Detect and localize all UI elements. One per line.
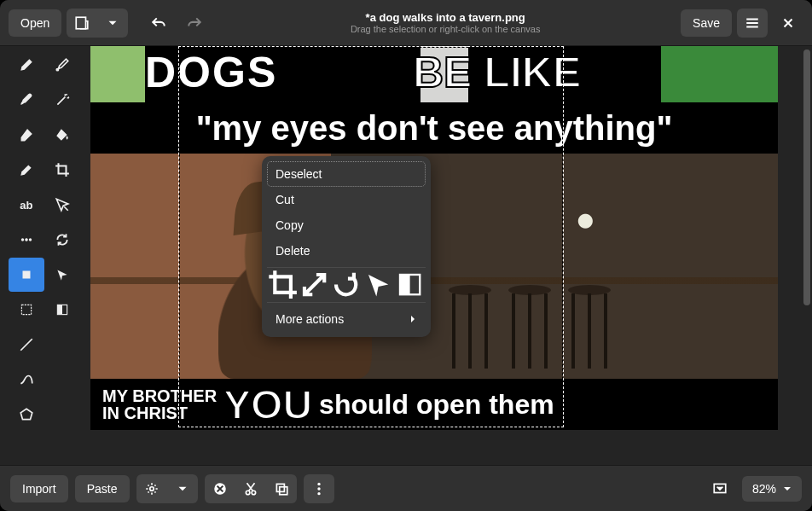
- menu-icon-row: [267, 267, 426, 303]
- tool-pencil[interactable]: [9, 48, 44, 82]
- new-dropdown[interactable]: [97, 9, 128, 38]
- canvas-area[interactable]: DOGS BE LIKE "my eyes don't see anything…: [89, 46, 812, 465]
- vertical-scrollbar[interactable]: [802, 46, 812, 465]
- svg-rect-10: [400, 275, 410, 294]
- tool-move[interactable]: [45, 188, 81, 222]
- tool-empty2: [45, 363, 81, 397]
- svg-rect-5: [22, 271, 30, 279]
- menu-cut[interactable]: Cut: [267, 187, 426, 212]
- tool-polygon[interactable]: [9, 398, 44, 432]
- bottombar: Import Paste 82%: [0, 465, 812, 511]
- menu-delete[interactable]: Delete: [267, 238, 426, 264]
- tool-line[interactable]: [9, 328, 44, 362]
- paste-button[interactable]: Paste: [75, 475, 130, 502]
- tool-invert[interactable]: [45, 293, 81, 327]
- tool-crop[interactable]: [45, 153, 81, 187]
- tool-highlighter[interactable]: [9, 153, 44, 187]
- titlebar: Open *a dog walks into a tavern.png Drag…: [0, 0, 812, 46]
- tool-free-select[interactable]: [45, 258, 81, 292]
- cut-button[interactable]: [235, 474, 266, 503]
- tool-eyedropper[interactable]: [45, 48, 81, 82]
- scrollbar-thumb[interactable]: [803, 49, 810, 305]
- tool-text[interactable]: ab: [9, 188, 44, 222]
- tool-rect-select[interactable]: [9, 258, 44, 292]
- new-button[interactable]: [67, 9, 97, 38]
- toolbox: ab: [0, 46, 89, 465]
- redo-button: [179, 9, 210, 38]
- menu-deselect[interactable]: Deselect: [267, 161, 426, 187]
- svg-rect-15: [276, 484, 284, 491]
- hamburger-menu[interactable]: [737, 9, 768, 38]
- undo-button[interactable]: [143, 9, 174, 38]
- zoom-value: 82%: [752, 482, 776, 496]
- menu-crop-icon[interactable]: [267, 271, 299, 299]
- tool-empty1: [45, 328, 81, 362]
- svg-point-4: [29, 238, 32, 241]
- tool-options-button[interactable]: [136, 474, 167, 503]
- window-title: *a dog walks into a tavern.png: [215, 11, 676, 24]
- tool-points[interactable]: [9, 223, 44, 257]
- svg-rect-8: [58, 305, 63, 314]
- remove-selection-button[interactable]: [205, 474, 235, 503]
- tool-color-select[interactable]: [9, 293, 44, 327]
- svg-point-11: [149, 486, 154, 491]
- title-block: *a dog walks into a tavern.png Drag the …: [215, 11, 676, 34]
- menu-more-label: More actions: [276, 312, 344, 326]
- svg-point-18: [317, 487, 320, 490]
- tool-bucket[interactable]: [45, 118, 81, 152]
- tool-eraser[interactable]: [9, 118, 44, 152]
- context-menu: Deselect Cut Copy Delete More actions: [262, 156, 431, 337]
- svg-point-17: [317, 482, 320, 485]
- tool-options-dropdown[interactable]: [167, 474, 198, 503]
- fullscreen-preview-button[interactable]: [705, 474, 735, 503]
- tool-wand[interactable]: [45, 83, 81, 117]
- svg-point-13: [246, 491, 250, 495]
- zoom-control[interactable]: 82%: [742, 476, 802, 502]
- chevron-down-icon: [783, 485, 792, 493]
- menu-rotate-icon[interactable]: [330, 271, 362, 299]
- tool-curve[interactable]: [9, 363, 44, 397]
- svg-rect-16: [279, 486, 287, 494]
- tool-brush[interactable]: [9, 83, 44, 117]
- svg-rect-6: [21, 305, 31, 314]
- open-button[interactable]: Open: [9, 9, 61, 37]
- close-window[interactable]: [773, 9, 803, 38]
- tool-empty3: [45, 398, 81, 432]
- menu-filters-icon[interactable]: [394, 271, 426, 299]
- import-button[interactable]: Import: [10, 475, 68, 502]
- svg-point-1: [57, 69, 59, 71]
- menu-more-actions[interactable]: More actions: [267, 306, 426, 332]
- menu-scale-icon[interactable]: [299, 271, 330, 299]
- menu-copy[interactable]: Copy: [267, 212, 426, 238]
- tool-transform[interactable]: [45, 223, 81, 257]
- copy-button[interactable]: [266, 474, 297, 503]
- window-hint: Drag the selection or right-click on the…: [215, 24, 676, 34]
- svg-rect-0: [77, 17, 86, 29]
- save-button[interactable]: Save: [681, 9, 732, 37]
- svg-point-2: [21, 238, 24, 241]
- more-button[interactable]: [304, 474, 334, 503]
- menu-flip-icon[interactable]: [362, 271, 394, 299]
- chevron-right-icon: [409, 315, 417, 323]
- svg-point-19: [317, 491, 320, 494]
- svg-point-14: [252, 491, 256, 495]
- canvas[interactable]: DOGS BE LIKE "my eyes don't see anything…: [90, 46, 778, 430]
